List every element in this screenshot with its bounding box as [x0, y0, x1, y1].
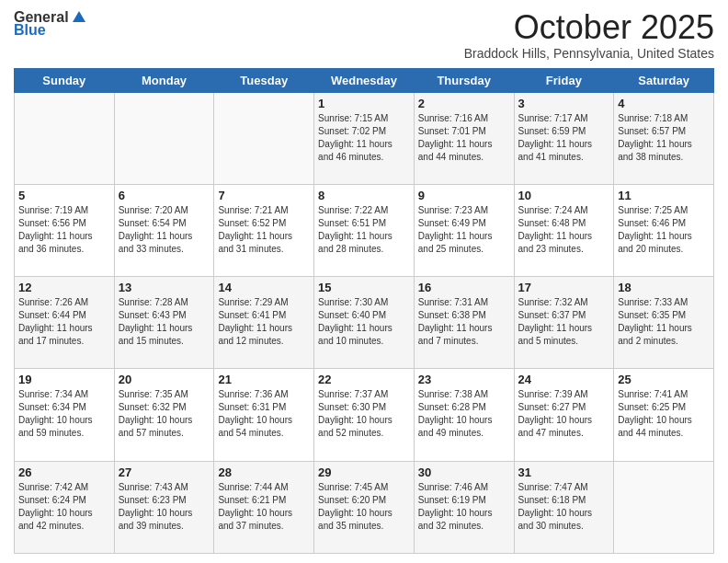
day-header-wednesday: Wednesday [314, 68, 415, 92]
day-number: 25 [618, 373, 710, 386]
day-number: 21 [218, 373, 310, 386]
day-info: Sunrise: 7:33 AMSunset: 6:35 PMDaylight:… [618, 296, 710, 348]
day-info: Sunrise: 7:39 AMSunset: 6:27 PMDaylight:… [518, 388, 610, 440]
calendar-cell: 10Sunrise: 7:24 AMSunset: 6:48 PMDayligh… [514, 184, 614, 276]
day-header-friday: Friday [514, 68, 614, 92]
day-number: 30 [418, 465, 510, 479]
day-number: 1 [318, 97, 410, 110]
page: General Blue October 2025 Braddock Hills… [0, 0, 728, 563]
calendar-cell: 1Sunrise: 7:15 AMSunset: 7:02 PMDaylight… [314, 92, 415, 184]
day-info: Sunrise: 7:31 AMSunset: 6:38 PMDaylight:… [418, 296, 510, 348]
day-info: Sunrise: 7:43 AMSunset: 6:23 PMDaylight:… [119, 481, 210, 533]
calendar-cell: 19Sunrise: 7:34 AMSunset: 6:34 PMDayligh… [15, 369, 115, 461]
calendar-cell: 6Sunrise: 7:20 AMSunset: 6:54 PMDaylight… [114, 184, 214, 276]
day-header-thursday: Thursday [414, 68, 514, 92]
day-info: Sunrise: 7:29 AMSunset: 6:41 PMDaylight:… [218, 296, 310, 348]
day-number: 2 [418, 97, 510, 110]
day-number: 20 [119, 373, 210, 386]
day-number: 24 [518, 373, 610, 386]
day-info: Sunrise: 7:42 AMSunset: 6:24 PMDaylight:… [18, 481, 110, 533]
day-info: Sunrise: 7:38 AMSunset: 6:28 PMDaylight:… [418, 388, 510, 440]
calendar-cell: 26Sunrise: 7:42 AMSunset: 6:24 PMDayligh… [15, 461, 115, 553]
day-info: Sunrise: 7:18 AMSunset: 6:57 PMDaylight:… [618, 112, 710, 164]
day-number: 16 [418, 281, 510, 294]
day-number: 12 [18, 281, 110, 294]
calendar-cell: 22Sunrise: 7:37 AMSunset: 6:30 PMDayligh… [314, 369, 415, 461]
day-info: Sunrise: 7:22 AMSunset: 6:51 PMDaylight:… [318, 204, 410, 256]
calendar-cell: 18Sunrise: 7:33 AMSunset: 6:35 PMDayligh… [614, 277, 714, 369]
day-number: 5 [18, 189, 110, 202]
day-number: 13 [119, 281, 210, 294]
day-info: Sunrise: 7:46 AMSunset: 6:19 PMDaylight:… [418, 481, 510, 533]
calendar-week-row: 26Sunrise: 7:42 AMSunset: 6:24 PMDayligh… [15, 461, 714, 553]
calendar-week-row: 19Sunrise: 7:34 AMSunset: 6:34 PMDayligh… [15, 369, 714, 461]
calendar-cell: 9Sunrise: 7:23 AMSunset: 6:49 PMDaylight… [414, 184, 514, 276]
day-number: 31 [518, 465, 610, 479]
day-info: Sunrise: 7:17 AMSunset: 6:59 PMDaylight:… [518, 112, 610, 164]
calendar-cell: 4Sunrise: 7:18 AMSunset: 6:57 PMDaylight… [614, 92, 714, 184]
day-info: Sunrise: 7:34 AMSunset: 6:34 PMDaylight:… [18, 388, 110, 440]
day-number: 3 [518, 97, 610, 110]
day-info: Sunrise: 7:24 AMSunset: 6:48 PMDaylight:… [518, 204, 610, 256]
day-info: Sunrise: 7:28 AMSunset: 6:43 PMDaylight:… [119, 296, 210, 348]
location-subtitle: Braddock Hills, Pennsylvania, United Sta… [464, 46, 714, 61]
calendar-cell [114, 92, 214, 184]
day-info: Sunrise: 7:26 AMSunset: 6:44 PMDaylight:… [18, 296, 110, 348]
day-number: 23 [418, 373, 510, 386]
calendar-cell [15, 92, 115, 184]
day-info: Sunrise: 7:37 AMSunset: 6:30 PMDaylight:… [318, 388, 410, 440]
day-number: 7 [218, 189, 310, 202]
day-info: Sunrise: 7:32 AMSunset: 6:37 PMDaylight:… [518, 296, 610, 348]
day-info: Sunrise: 7:23 AMSunset: 6:49 PMDaylight:… [418, 204, 510, 256]
day-number: 14 [218, 281, 310, 294]
calendar-cell: 27Sunrise: 7:43 AMSunset: 6:23 PMDayligh… [114, 461, 214, 553]
day-header-sunday: Sunday [15, 68, 115, 92]
day-header-saturday: Saturday [614, 68, 714, 92]
calendar-cell: 12Sunrise: 7:26 AMSunset: 6:44 PMDayligh… [15, 277, 115, 369]
day-number: 8 [318, 189, 410, 202]
header: General Blue October 2025 Braddock Hills… [14, 9, 714, 61]
calendar-header-row: SundayMondayTuesdayWednesdayThursdayFrid… [15, 68, 714, 92]
day-info: Sunrise: 7:44 AMSunset: 6:21 PMDaylight:… [218, 481, 310, 533]
title-section: October 2025 Braddock Hills, Pennsylvani… [464, 9, 714, 61]
day-info: Sunrise: 7:15 AMSunset: 7:02 PMDaylight:… [318, 112, 410, 164]
calendar-table: SundayMondayTuesdayWednesdayThursdayFrid… [14, 68, 714, 554]
day-number: 22 [318, 373, 410, 386]
day-number: 17 [518, 281, 610, 294]
calendar-cell: 15Sunrise: 7:30 AMSunset: 6:40 PMDayligh… [314, 277, 415, 369]
calendar-cell: 28Sunrise: 7:44 AMSunset: 6:21 PMDayligh… [214, 461, 314, 553]
day-info: Sunrise: 7:35 AMSunset: 6:32 PMDaylight:… [119, 388, 210, 440]
day-header-monday: Monday [114, 68, 214, 92]
logo-blue-text: Blue [14, 22, 46, 39]
day-number: 10 [518, 189, 610, 202]
day-number: 9 [418, 189, 510, 202]
calendar-cell [614, 461, 714, 553]
day-info: Sunrise: 7:21 AMSunset: 6:52 PMDaylight:… [218, 204, 310, 256]
calendar-cell [214, 92, 314, 184]
calendar-cell: 21Sunrise: 7:36 AMSunset: 6:31 PMDayligh… [214, 369, 314, 461]
day-number: 15 [318, 281, 410, 294]
calendar-cell: 11Sunrise: 7:25 AMSunset: 6:46 PMDayligh… [614, 184, 714, 276]
calendar-cell: 7Sunrise: 7:21 AMSunset: 6:52 PMDaylight… [214, 184, 314, 276]
day-info: Sunrise: 7:19 AMSunset: 6:56 PMDaylight:… [18, 204, 110, 256]
calendar-cell: 29Sunrise: 7:45 AMSunset: 6:20 PMDayligh… [314, 461, 415, 553]
day-info: Sunrise: 7:41 AMSunset: 6:25 PMDaylight:… [618, 388, 710, 440]
calendar-week-row: 1Sunrise: 7:15 AMSunset: 7:02 PMDaylight… [15, 92, 714, 184]
calendar-cell: 5Sunrise: 7:19 AMSunset: 6:56 PMDaylight… [15, 184, 115, 276]
day-number: 27 [119, 465, 210, 479]
month-title: October 2025 [464, 9, 714, 46]
calendar-cell: 20Sunrise: 7:35 AMSunset: 6:32 PMDayligh… [114, 369, 214, 461]
day-number: 26 [18, 465, 110, 479]
calendar-cell: 30Sunrise: 7:46 AMSunset: 6:19 PMDayligh… [414, 461, 514, 553]
calendar-cell: 17Sunrise: 7:32 AMSunset: 6:37 PMDayligh… [514, 277, 614, 369]
day-number: 4 [618, 97, 710, 110]
day-number: 18 [618, 281, 710, 294]
day-info: Sunrise: 7:47 AMSunset: 6:18 PMDaylight:… [518, 481, 610, 533]
calendar-week-row: 12Sunrise: 7:26 AMSunset: 6:44 PMDayligh… [15, 277, 714, 369]
logo: General Blue [14, 9, 87, 39]
logo-icon [71, 9, 87, 26]
day-header-tuesday: Tuesday [214, 68, 314, 92]
calendar-cell: 3Sunrise: 7:17 AMSunset: 6:59 PMDaylight… [514, 92, 614, 184]
day-info: Sunrise: 7:30 AMSunset: 6:40 PMDaylight:… [318, 296, 410, 348]
day-info: Sunrise: 7:20 AMSunset: 6:54 PMDaylight:… [119, 204, 210, 256]
